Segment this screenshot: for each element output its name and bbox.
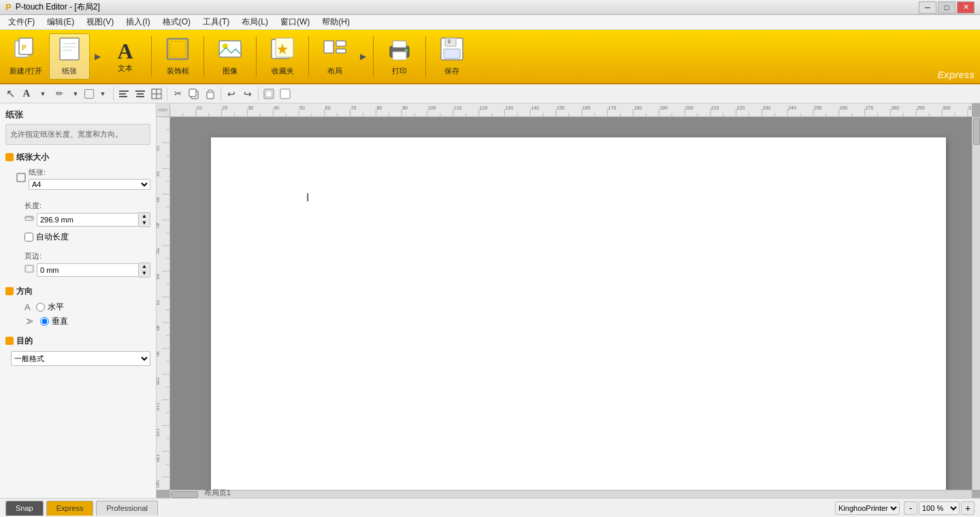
- print-icon: [387, 37, 412, 65]
- menu-layout[interactable]: 布局(L): [236, 15, 274, 29]
- svg-text:110: 110: [157, 403, 160, 411]
- svg-text:30: 30: [157, 197, 160, 202]
- length-down[interactable]: ▼: [139, 220, 150, 227]
- svg-rect-34: [189, 89, 196, 97]
- stool-sep-2: [167, 87, 167, 101]
- save-button[interactable]: 保存: [431, 33, 472, 80]
- horizontal-icon: A: [24, 302, 31, 312]
- menu-tools[interactable]: 工具(T): [197, 15, 235, 29]
- align-left[interactable]: [116, 86, 131, 101]
- undo-tool[interactable]: ↩: [224, 86, 239, 101]
- svg-text:100: 100: [157, 377, 160, 385]
- svg-text:180: 180: [634, 105, 642, 110]
- app-icon: P: [5, 2, 12, 12]
- ruler-top-svg: 1020304050607080901001101201301401501601…: [170, 103, 972, 116]
- horizontal-radio[interactable]: [36, 303, 45, 312]
- zoom-out-button[interactable]: -: [904, 501, 917, 515]
- size-section-header: 纸张大小: [5, 152, 150, 163]
- vertical-radio[interactable]: [40, 317, 49, 326]
- draw-tool-dropdown[interactable]: ▼: [68, 86, 83, 101]
- length-up[interactable]: ▲: [139, 213, 150, 220]
- scroll-thumb-vertical[interactable]: [973, 118, 980, 145]
- close-button[interactable]: ✕: [957, 1, 975, 14]
- length-spinner: ▲ ▼: [139, 212, 150, 227]
- minimize-button[interactable]: ─: [919, 1, 936, 14]
- auto-length-row: 自动长度: [5, 231, 150, 243]
- length-row: 长度: ▲ ▼: [5, 201, 150, 227]
- table-tool[interactable]: [149, 86, 164, 101]
- menu-view[interactable]: 视图(V): [81, 15, 119, 29]
- scrollbar-vertical[interactable]: [972, 117, 980, 490]
- svg-text:300: 300: [943, 105, 951, 110]
- scrollbar-horizontal[interactable]: [170, 490, 972, 498]
- menu-file[interactable]: 文件(F): [3, 15, 40, 29]
- svg-rect-29: [136, 96, 144, 97]
- professional-tab[interactable]: Professional: [96, 501, 158, 516]
- title-bar: P P-touch Editor - [布局2] ─ □ ✕: [0, 0, 980, 15]
- rect-tool[interactable]: [84, 89, 94, 99]
- left-panel: 纸张 允许指定纸张长度、宽度和方向。 纸张大小 纸张: A4 长度:: [0, 103, 157, 498]
- svg-text:250: 250: [814, 105, 822, 110]
- menu-insert[interactable]: 插入(I): [120, 15, 155, 29]
- margin-input[interactable]: [37, 263, 139, 277]
- toolbar-sep-2: [203, 36, 204, 77]
- toolbar-arrow-2[interactable]: ▶: [358, 33, 368, 80]
- maximize-button[interactable]: □: [938, 1, 956, 14]
- paper-select[interactable]: A4: [29, 179, 150, 190]
- snap-tab[interactable]: Snap: [5, 501, 44, 516]
- cut-tool[interactable]: ✂: [170, 86, 185, 101]
- ruler-unit: mm: [157, 103, 169, 117]
- svg-text:30: 30: [248, 105, 253, 110]
- text-tool[interactable]: A: [19, 86, 34, 101]
- auto-length-checkbox[interactable]: [24, 233, 33, 241]
- svg-text:70: 70: [157, 300, 160, 305]
- svg-rect-3: [60, 38, 79, 60]
- menu-help[interactable]: 帮助(H): [316, 15, 355, 29]
- rect-tool-dropdown[interactable]: ▼: [95, 86, 110, 101]
- svg-text:220: 220: [737, 105, 745, 110]
- menu-window[interactable]: 窗口(W): [275, 15, 315, 29]
- panel-title: 纸张: [5, 109, 150, 121]
- printer-select[interactable]: KinghooPrinter: [835, 501, 900, 515]
- frame-tool[interactable]: [278, 86, 293, 101]
- layout-button[interactable]: 布局: [314, 33, 355, 80]
- copy-tool[interactable]: [186, 86, 201, 101]
- zoom-select[interactable]: 100 %: [919, 501, 960, 515]
- text-button[interactable]: A 文本: [105, 33, 146, 80]
- new-open-button[interactable]: P 新建/打开: [5, 33, 46, 80]
- margin-spinner: ▲ ▼: [139, 263, 150, 278]
- margin-down[interactable]: ▼: [139, 270, 150, 277]
- direction-section-label: 方向: [16, 286, 33, 297]
- paper-button[interactable]: 纸张: [49, 33, 90, 80]
- toolbar-arrow-1[interactable]: ▶: [93, 33, 102, 80]
- canvas-area: mm 1020304050607080901001101201301401501…: [157, 103, 980, 498]
- print-button[interactable]: 打印: [379, 33, 420, 80]
- zoom-in-button[interactable]: +: [961, 501, 975, 515]
- frame-button[interactable]: 装饰框: [157, 33, 198, 80]
- length-input[interactable]: [37, 213, 139, 227]
- draw-tool[interactable]: ✏: [52, 86, 67, 101]
- menu-format[interactable]: 格式(O): [157, 15, 196, 29]
- purpose-select[interactable]: 一般格式: [11, 351, 150, 366]
- redo-tool[interactable]: ↪: [240, 86, 255, 101]
- auto-length-label: 自动长度: [36, 231, 69, 243]
- margin-up[interactable]: ▲: [139, 263, 150, 270]
- bg-tool[interactable]: [261, 86, 276, 101]
- svg-rect-28: [137, 93, 144, 95]
- text-tool-dropdown[interactable]: ▼: [35, 86, 50, 101]
- direction-section-header: 方向: [5, 286, 150, 297]
- paste-tool[interactable]: [203, 86, 218, 101]
- length-input-group: ▲ ▼: [37, 212, 150, 227]
- canvas-content[interactable]: I: [170, 117, 972, 490]
- svg-text:260: 260: [840, 105, 848, 110]
- menu-edit[interactable]: 编辑(E): [42, 15, 80, 29]
- favorites-button[interactable]: 收藏夹: [262, 33, 303, 80]
- svg-text:280: 280: [891, 105, 899, 110]
- scroll-thumb-horizontal[interactable]: [171, 491, 198, 498]
- select-tool[interactable]: ↖: [3, 86, 18, 101]
- align-center[interactable]: [133, 86, 148, 101]
- text-label: 文本: [118, 63, 133, 73]
- image-button[interactable]: 图像: [210, 33, 250, 80]
- express-tab[interactable]: Express: [46, 501, 94, 516]
- paper-canvas[interactable]: I: [211, 137, 946, 490]
